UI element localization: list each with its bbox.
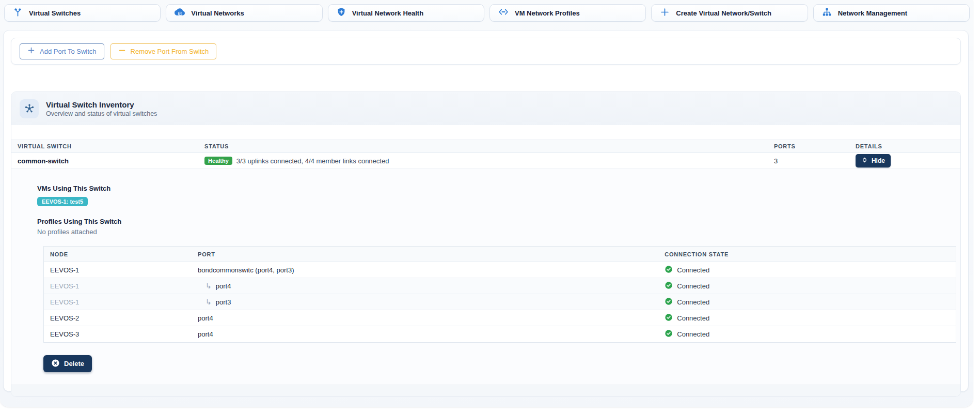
node-port-table: NODE PORT CONNECTION STATE EEVOS-1 bondc… [43, 246, 956, 343]
state-label: Connected [677, 330, 709, 338]
port-cell: ↳ port3 [192, 298, 658, 306]
tab-virtual-switches[interactable]: Virtual Switches [4, 4, 161, 22]
check-circle-icon [665, 329, 673, 339]
remove-port-button[interactable]: Remove Port From Switch [110, 43, 217, 59]
col-status: STATUS [198, 143, 768, 149]
connection-state-cell: Connected [658, 297, 956, 307]
col-connection-state: CONNECTION STATE [658, 251, 956, 257]
tab-vm-network-profiles[interactable]: VM Network Profiles [489, 4, 646, 22]
node-cell: EEVOS-1 [44, 266, 192, 274]
tab-label: Virtual Network Health [352, 9, 423, 17]
state-label: Connected [677, 298, 709, 306]
check-circle-icon [665, 313, 673, 323]
port-label: port3 [216, 298, 231, 306]
port-cell: ↳ port4 [192, 282, 658, 290]
tab-create-virtual-network-switch[interactable]: Create Virtual Network/Switch [651, 4, 808, 22]
node-cell: EEVOS-1 [44, 282, 192, 290]
switch-details-panel: VMs Using This Switch EEVOS-1: test5 Pro… [11, 169, 960, 385]
cloud-server-icon [175, 7, 185, 19]
col-details: DETAILS [849, 143, 960, 149]
connection-state-cell: Connected [658, 265, 956, 275]
plus-icon [27, 47, 35, 56]
switch-details-cell: Hide [849, 154, 960, 167]
profiles-block: Profiles Using This Switch No profiles a… [37, 218, 956, 236]
vm-badge: EEVOS-1: test5 [37, 197, 88, 206]
tab-label: Create Virtual Network/Switch [676, 9, 771, 17]
profiles-heading: Profiles Using This Switch [37, 218, 956, 225]
status-text: 3/3 uplinks connected, 4/4 member links … [236, 157, 389, 165]
split-icon [13, 7, 23, 19]
delete-label: Delete [64, 360, 84, 368]
x-circle-icon [51, 359, 60, 369]
table-row: EEVOS-1 ↳ port3 Connected [44, 294, 956, 310]
inventory-title: Virtual Switch Inventory [46, 100, 157, 110]
sitemap-icon [822, 7, 832, 19]
minus-icon [118, 47, 126, 56]
table-row: EEVOS-1 ↳ port4 Connected [44, 278, 956, 294]
tab-virtual-networks[interactable]: Virtual Networks [166, 4, 322, 22]
inventory-footer [11, 385, 960, 396]
node-port-table-header: NODE PORT CONNECTION STATE [44, 247, 956, 262]
tab-network-management[interactable]: Network Management [813, 4, 970, 22]
table-row: EEVOS-3 port4 Connected [44, 326, 956, 342]
col-virtual-switch: VIRTUAL SWITCH [11, 143, 198, 149]
port-cell: port4 [192, 314, 658, 322]
port-cell: port4 [192, 330, 658, 338]
inventory-subtitle: Overview and status of virtual switches [46, 110, 157, 117]
table-row: EEVOS-2 port4 Connected [44, 310, 956, 326]
content-card: Add Port To Switch Remove Port From Swit… [3, 30, 969, 392]
check-circle-icon [665, 297, 673, 307]
hide-label: Hide [872, 157, 885, 164]
switch-name: common-switch [11, 157, 198, 165]
col-node: NODE [44, 251, 192, 257]
remove-port-label: Remove Port From Switch [131, 48, 209, 55]
chevrons-up-down-icon [861, 157, 868, 165]
switch-ports-count: 3 [768, 157, 849, 165]
col-port: PORT [192, 251, 658, 257]
tab-label: VM Network Profiles [515, 9, 580, 17]
inventory-body: VIRTUAL SWITCH STATUS PORTS DETAILS comm… [11, 125, 960, 396]
code-brackets-icon [498, 7, 509, 19]
network-page: Virtual Switches Virtual Networks Virt [0, 0, 973, 407]
tab-label: Virtual Networks [191, 9, 244, 17]
inventory-heading-block: Virtual Switch Inventory Overview and st… [46, 100, 157, 117]
shield-plus-icon [337, 7, 346, 19]
port-label: port4 [216, 282, 231, 290]
connection-state-cell: Connected [658, 329, 956, 339]
add-port-label: Add Port To Switch [40, 48, 97, 55]
hide-details-button[interactable]: Hide [856, 154, 891, 167]
node-cell: EEVOS-3 [44, 330, 192, 338]
hub-icon [20, 99, 39, 118]
vms-heading: VMs Using This Switch [37, 185, 956, 192]
connection-state-cell: Connected [658, 313, 956, 323]
plus-icon [660, 7, 670, 19]
sub-port-arrow-icon: ↳ [206, 282, 212, 290]
table-row: EEVOS-1 bondcommonswitc (port4, port3) C… [44, 262, 956, 278]
state-label: Connected [677, 282, 709, 290]
delete-switch-button[interactable]: Delete [43, 355, 92, 372]
node-cell: EEVOS-1 [44, 298, 192, 306]
port-cell: bondcommonswitc (port4, port3) [192, 266, 658, 274]
inventory-header: Virtual Switch Inventory Overview and st… [11, 92, 960, 125]
connection-state-cell: Connected [658, 281, 956, 291]
tab-virtual-network-health[interactable]: Virtual Network Health [328, 4, 484, 22]
port-toolbar: Add Port To Switch Remove Port From Swit… [11, 38, 961, 65]
tab-label: Virtual Switches [29, 9, 81, 17]
check-circle-icon [665, 265, 673, 275]
state-label: Connected [677, 314, 709, 322]
add-port-button[interactable]: Add Port To Switch [20, 43, 104, 59]
node-cell: EEVOS-2 [44, 314, 192, 322]
switch-row: common-switch Healthy 3/3 uplinks connec… [11, 153, 960, 169]
tab-bar: Virtual Switches Virtual Networks Virt [0, 0, 973, 22]
col-ports: PORTS [768, 143, 849, 149]
switch-status: Healthy 3/3 uplinks connected, 4/4 membe… [198, 157, 768, 165]
check-circle-icon [665, 281, 673, 291]
switch-table-header: VIRTUAL SWITCH STATUS PORTS DETAILS [11, 140, 960, 153]
tab-label: Network Management [838, 9, 907, 17]
virtual-switch-inventory-card: Virtual Switch Inventory Overview and st… [11, 91, 961, 397]
profiles-empty-text: No profiles attached [37, 228, 956, 236]
status-badge: Healthy [204, 157, 232, 165]
state-label: Connected [677, 266, 709, 274]
sub-port-arrow-icon: ↳ [206, 298, 212, 306]
